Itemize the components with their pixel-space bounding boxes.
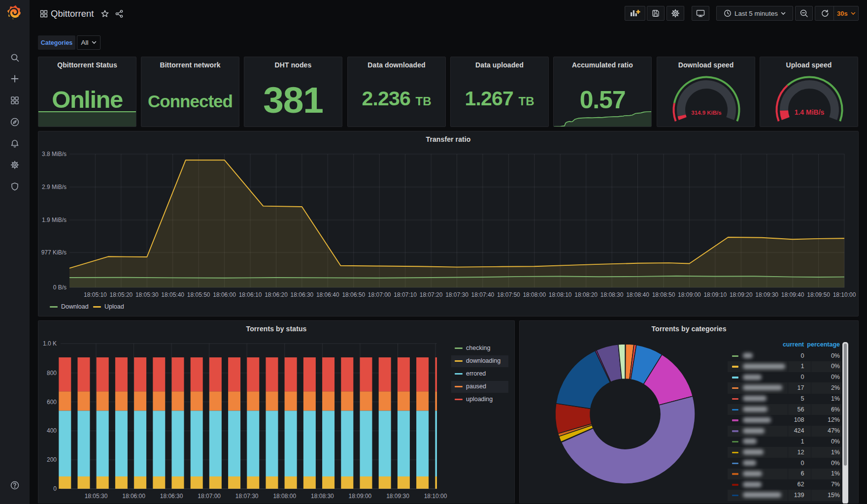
svg-text:18:06:50: 18:06:50 bbox=[342, 291, 365, 298]
svg-text:18:05:10: 18:05:10 bbox=[84, 291, 107, 298]
svg-text:18:07:10: 18:07:10 bbox=[394, 291, 417, 298]
svg-text:18:10:00: 18:10:00 bbox=[424, 493, 447, 500]
svg-text:18:08:50: 18:08:50 bbox=[652, 291, 675, 298]
svg-text:0: 0 bbox=[53, 485, 57, 492]
svg-text:2.9 MiB/s: 2.9 MiB/s bbox=[42, 184, 67, 190]
svg-text:18:06:10: 18:06:10 bbox=[239, 291, 262, 298]
svg-text:18:07:00: 18:07:00 bbox=[368, 291, 391, 298]
svg-text:400: 400 bbox=[47, 427, 57, 434]
svg-text:18:06:30: 18:06:30 bbox=[160, 493, 183, 500]
svg-text:314.9 KiB/s: 314.9 KiB/s bbox=[691, 110, 721, 116]
svg-text:3.8 MiB/s: 3.8 MiB/s bbox=[42, 151, 67, 158]
svg-text:18:08:00: 18:08:00 bbox=[523, 291, 546, 298]
svg-text:18:09:30: 18:09:30 bbox=[755, 291, 778, 298]
svg-text:18:07:20: 18:07:20 bbox=[420, 291, 443, 298]
svg-text:977 KiB/s: 977 KiB/s bbox=[41, 249, 67, 256]
svg-text:18:09:00: 18:09:00 bbox=[349, 493, 372, 500]
svg-text:18:09:00: 18:09:00 bbox=[678, 291, 701, 298]
svg-text:18:10:00: 18:10:00 bbox=[833, 291, 856, 298]
svg-text:18:05:30: 18:05:30 bbox=[135, 291, 159, 298]
svg-text:800: 800 bbox=[47, 370, 57, 377]
svg-text:18:06:00: 18:06:00 bbox=[122, 493, 145, 500]
svg-text:18:06:00: 18:06:00 bbox=[213, 291, 236, 298]
svg-text:0 B/s: 0 B/s bbox=[53, 284, 67, 291]
svg-text:18:09:40: 18:09:40 bbox=[781, 291, 804, 298]
svg-text:18:08:00: 18:08:00 bbox=[273, 493, 296, 500]
svg-text:1.0 K: 1.0 K bbox=[43, 340, 57, 347]
svg-text:18:09:10: 18:09:10 bbox=[703, 291, 727, 298]
svg-text:18:08:30: 18:08:30 bbox=[311, 493, 334, 500]
svg-text:18:05:30: 18:05:30 bbox=[85, 493, 108, 500]
svg-text:18:05:40: 18:05:40 bbox=[161, 291, 184, 298]
svg-text:18:06:40: 18:06:40 bbox=[316, 291, 339, 298]
svg-text:18:05:20: 18:05:20 bbox=[110, 291, 133, 298]
svg-text:18:08:20: 18:08:20 bbox=[574, 291, 598, 298]
svg-text:600: 600 bbox=[47, 399, 57, 406]
svg-text:18:08:10: 18:08:10 bbox=[549, 291, 572, 298]
svg-text:18:07:40: 18:07:40 bbox=[471, 291, 495, 298]
svg-text:18:08:40: 18:08:40 bbox=[626, 291, 649, 298]
svg-text:18:09:20: 18:09:20 bbox=[730, 291, 753, 298]
svg-text:18:07:30: 18:07:30 bbox=[235, 493, 259, 500]
svg-text:18:05:50: 18:05:50 bbox=[187, 291, 210, 298]
svg-text:18:07:30: 18:07:30 bbox=[445, 291, 468, 298]
svg-text:18:07:00: 18:07:00 bbox=[198, 493, 221, 500]
svg-text:1.9 MiB/s: 1.9 MiB/s bbox=[42, 217, 67, 223]
svg-text:200: 200 bbox=[47, 456, 57, 463]
svg-text:18:07:50: 18:07:50 bbox=[497, 291, 520, 298]
svg-text:18:06:20: 18:06:20 bbox=[265, 291, 288, 298]
svg-text:1.4 MiB/s: 1.4 MiB/s bbox=[795, 108, 825, 116]
svg-text:18:06:30: 18:06:30 bbox=[291, 291, 314, 298]
svg-text:18:09:50: 18:09:50 bbox=[807, 291, 830, 298]
svg-text:18:09:30: 18:09:30 bbox=[386, 493, 409, 500]
svg-text:18:08:30: 18:08:30 bbox=[600, 291, 624, 298]
